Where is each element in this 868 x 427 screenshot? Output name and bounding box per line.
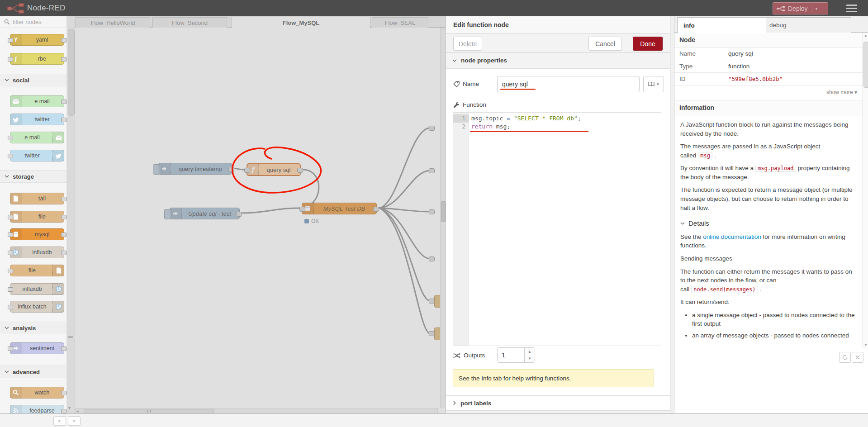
editor-gutter: 1 2: [453, 113, 469, 346]
name-library-button[interactable]: ▾: [643, 76, 664, 92]
output-port[interactable]: [61, 251, 66, 255]
palette-node-feedparse[interactable]: feedparse: [10, 405, 64, 413]
sidebar-scrollbar[interactable]: ▲ ▼: [863, 33, 868, 348]
influxdb-icon: [52, 301, 64, 313]
stepper-down-icon[interactable]: ▼: [524, 355, 535, 362]
node-section-title: Node: [674, 33, 863, 47]
output-port[interactable]: [61, 215, 66, 219]
input-port[interactable]: [8, 269, 13, 273]
palette-search[interactable]: filter nodes: [0, 16, 67, 28]
input-port[interactable]: [8, 38, 13, 43]
output-port[interactable]: [61, 197, 66, 201]
code-line-2: return msg;: [471, 123, 510, 131]
app-header: Node-RED Deploy ▾: [0, 0, 868, 16]
deploy-label: Deploy: [788, 5, 808, 12]
node-properties-table: Name query sql Type function ID "599ef8e…: [674, 47, 863, 85]
node-palette: filter nodes Y yaml ∫ rbe social e mail …: [0, 16, 67, 413]
list-item: an array of message objects - passed to …: [692, 331, 857, 340]
deploy-button[interactable]: Deploy ▾: [773, 2, 828, 14]
palette-node-influxdb-out-write[interactable]: influxdb: [10, 247, 64, 258]
code-editor[interactable]: 1 2 msg.topic = "SELECT * FROM db"; retu…: [453, 112, 661, 346]
palette-expand-all-button[interactable]: »: [68, 416, 81, 426]
palette-node-watch[interactable]: watch: [10, 387, 64, 399]
form-tip: See the Info tab for help writing functi…: [453, 369, 654, 387]
wrench-icon: [453, 102, 460, 108]
palette-node-file-out[interactable]: file: [10, 265, 64, 276]
scrollbar-thumb[interactable]: [863, 42, 868, 88]
input-port[interactable]: [8, 305, 13, 309]
hamburger-menu-button[interactable]: [842, 3, 861, 14]
edit-dialog: Edit function node Delete Cancel Done no…: [446, 16, 670, 427]
palette-node-tail[interactable]: tail: [10, 193, 64, 204]
palette-node-influx-batch[interactable]: influx batch: [10, 301, 64, 313]
details-toggle[interactable]: Details: [680, 218, 857, 228]
file-icon: [10, 193, 22, 204]
sidebar-splitter[interactable]: [670, 16, 674, 427]
close-icon: [855, 355, 860, 360]
input-port[interactable]: [8, 287, 13, 292]
palette-collapse-all-button[interactable]: «: [53, 416, 66, 426]
tab-info[interactable]: info: [677, 17, 766, 34]
editor-footer: « »: [0, 413, 868, 427]
input-port[interactable]: [8, 215, 13, 219]
palette-node-email-in[interactable]: e mail: [10, 95, 64, 107]
file-icon: [52, 265, 64, 276]
output-port[interactable]: [61, 232, 66, 237]
input-port[interactable]: [8, 136, 13, 140]
palette-node-rbe[interactable]: ∫ rbe: [10, 53, 64, 65]
output-port[interactable]: [61, 100, 66, 104]
output-port[interactable]: [61, 409, 66, 413]
sidebar-tab-bar: info debug: [674, 16, 868, 33]
outputs-stepper[interactable]: ▲ ▼: [497, 347, 535, 363]
palette-node-twitter-out[interactable]: twitter: [10, 150, 64, 161]
tab-debug[interactable]: debug: [763, 17, 851, 33]
palette-node-email-out[interactable]: e mail: [10, 132, 64, 143]
envelope-icon: [52, 132, 64, 143]
palette-node-twitter-in[interactable]: twitter: [10, 114, 64, 125]
deploy-caret-icon[interactable]: ▾: [816, 6, 818, 11]
info-panel: Node Name query sql Type function ID "59…: [674, 33, 863, 348]
sending-messages-heading: Sending messages: [680, 254, 857, 263]
search-icon: [4, 19, 10, 25]
output-port[interactable]: [61, 38, 66, 43]
input-port[interactable]: [8, 346, 13, 351]
output-port[interactable]: [61, 346, 66, 351]
palette-node-mysql[interactable]: mysql: [10, 228, 64, 240]
palette-category-social[interactable]: social: [0, 74, 67, 86]
magnifier-icon: [10, 387, 22, 399]
output-port[interactable]: [61, 57, 66, 62]
input-port[interactable]: [8, 57, 13, 62]
refresh-button[interactable]: [839, 352, 851, 363]
input-port[interactable]: [8, 251, 13, 255]
scroll-down-icon[interactable]: ▼: [863, 342, 868, 348]
palette-node-sentiment[interactable]: sentiment: [10, 342, 64, 354]
palette-category-storage[interactable]: storage: [0, 170, 67, 183]
editor-shade-overlay: [67, 16, 446, 413]
section-node-properties[interactable]: node properties: [446, 52, 670, 69]
book-icon: [648, 81, 655, 87]
delete-button[interactable]: Delete: [453, 37, 482, 51]
show-more-link[interactable]: show more ▾: [674, 85, 863, 100]
output-port[interactable]: [61, 118, 66, 122]
input-port[interactable]: [8, 232, 13, 237]
cancel-button[interactable]: Cancel: [588, 37, 622, 51]
palette-node-file-in[interactable]: file: [10, 211, 64, 223]
palette-category-advanced[interactable]: advanced: [0, 365, 67, 378]
twitter-icon: [10, 114, 22, 125]
shuffle-icon: [453, 353, 460, 358]
scroll-up-icon[interactable]: ▲: [863, 33, 868, 39]
done-button[interactable]: Done: [633, 37, 663, 51]
section-port-labels[interactable]: port labels: [446, 395, 670, 411]
code-line-1: msg.topic = "SELECT * FROM db";: [471, 114, 581, 123]
palette-node-influxdb-write[interactable]: influxdb: [10, 283, 64, 295]
name-field-label: Name: [453, 81, 479, 87]
output-port[interactable]: [61, 391, 66, 395]
table-row: Name query sql: [674, 47, 863, 60]
palette-node-yaml[interactable]: Y yaml: [10, 34, 64, 46]
information-section-title: Information: [674, 100, 863, 115]
input-port[interactable]: [8, 154, 13, 158]
palette-category-analysis[interactable]: analysis: [0, 322, 67, 334]
close-button[interactable]: [852, 352, 863, 363]
online-documentation-link[interactable]: online documentation: [703, 233, 761, 240]
refresh-icon: [842, 355, 848, 360]
